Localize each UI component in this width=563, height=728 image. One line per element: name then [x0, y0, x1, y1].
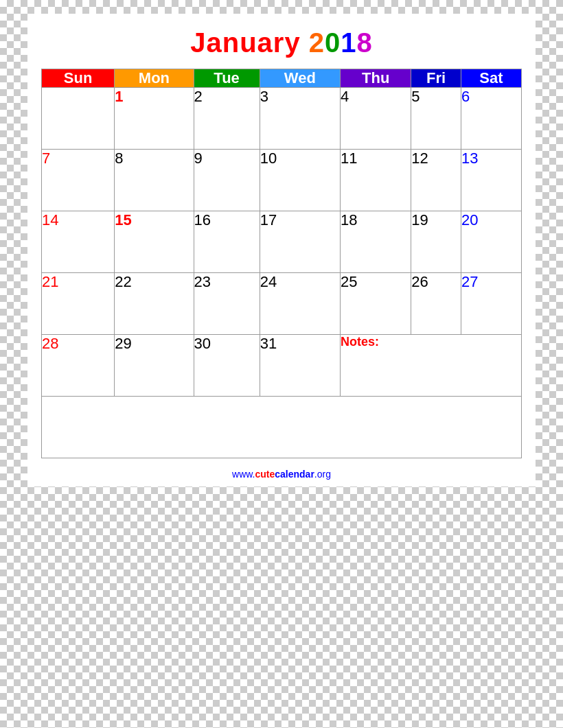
day-20: 20	[461, 211, 521, 273]
notes-cell: Notes:	[341, 335, 522, 397]
day-empty	[42, 88, 115, 150]
day-21: 21	[42, 273, 115, 335]
week-row-4: 21 22 23 24 25 26 27	[42, 273, 522, 335]
day-29: 29	[115, 335, 194, 397]
day-23: 23	[194, 273, 260, 335]
day-16: 16	[194, 211, 260, 273]
day-31: 31	[260, 335, 340, 397]
header-thu: Thu	[341, 69, 411, 88]
day-25: 25	[341, 273, 411, 335]
day-24: 24	[260, 273, 340, 335]
day-28: 28	[42, 335, 115, 397]
notes-extra-area	[42, 397, 522, 458]
day-8: 8	[115, 150, 194, 211]
notes-extra-row	[42, 397, 522, 458]
day-5: 5	[411, 88, 461, 150]
header-row: Sun Mon Tue Wed Thu Fri Sat	[42, 69, 522, 88]
day-17: 17	[260, 211, 340, 273]
day-12: 12	[411, 150, 461, 211]
week-row-3: 14 15 16 17 18 19 20	[42, 211, 522, 273]
title-month: January	[190, 27, 300, 58]
day-13: 13	[461, 150, 521, 211]
day-3: 3	[260, 88, 340, 150]
week-row-2: 7 8 9 10 11 12 13	[42, 150, 522, 211]
day-30: 30	[194, 335, 260, 397]
week-row-1: 1 2 3 4 5 6	[42, 88, 522, 150]
calendar-table: Sun Mon Tue Wed Thu Fri Sat 1 2 3 4 5 6	[41, 69, 522, 458]
day-10: 10	[260, 150, 340, 211]
day-14: 14	[42, 211, 115, 273]
calendar-title: January 2018	[190, 27, 373, 58]
week-row-5: 28 29 30 31 Notes:	[42, 335, 522, 397]
day-18: 18	[341, 211, 411, 273]
header-tue: Tue	[194, 69, 260, 88]
day-26: 26	[411, 273, 461, 335]
header-mon: Mon	[115, 69, 194, 88]
website-url: www.cutecalendar.org	[232, 469, 331, 480]
day-19: 19	[411, 211, 461, 273]
day-11: 11	[341, 150, 411, 211]
day-15: 15	[115, 211, 194, 273]
day-22: 22	[115, 273, 194, 335]
day-1: 1	[115, 88, 194, 150]
header-sun: Sun	[42, 69, 115, 88]
day-6: 6	[461, 88, 521, 150]
day-4: 4	[341, 88, 411, 150]
day-7: 7	[42, 150, 115, 211]
header-fri: Fri	[411, 69, 461, 88]
header-sat: Sat	[461, 69, 521, 88]
day-27: 27	[461, 273, 521, 335]
calendar-page: January 2018 Sun Mon Tue Wed Thu Fri Sat…	[27, 14, 536, 486]
header-wed: Wed	[260, 69, 340, 88]
day-2: 2	[194, 88, 260, 150]
day-9: 9	[194, 150, 260, 211]
